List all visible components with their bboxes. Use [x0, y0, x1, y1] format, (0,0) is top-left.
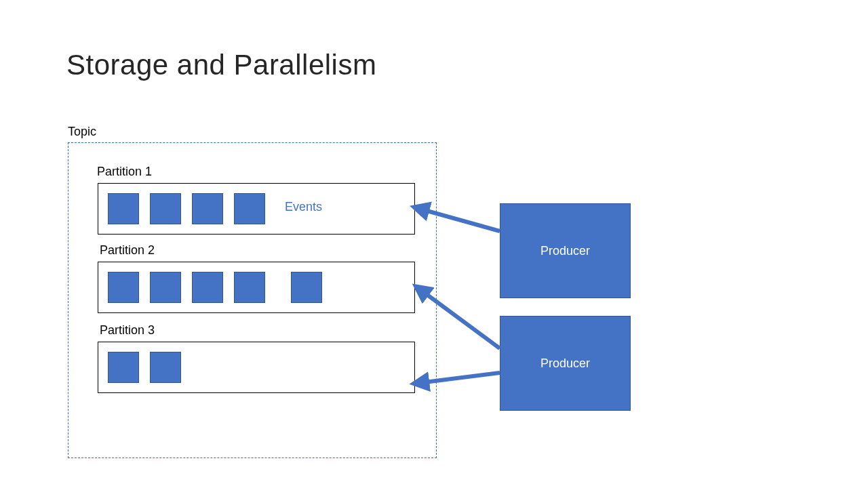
- event-block: [108, 193, 139, 224]
- event-block: [192, 193, 223, 224]
- event-block: [150, 272, 181, 303]
- event-block: [234, 272, 265, 303]
- producer-2-box: Producer: [500, 316, 631, 411]
- event-block: [108, 272, 139, 303]
- page-title: Storage and Parallelism: [66, 49, 376, 81]
- partition-3-box: [98, 342, 415, 393]
- event-block: [192, 272, 223, 303]
- producer-1-label: Producer: [540, 244, 590, 258]
- event-block: [234, 193, 265, 224]
- partition-2-label: Partition 2: [100, 243, 155, 258]
- producer-1-box: Producer: [500, 203, 631, 298]
- partition-1-box: Events: [98, 183, 415, 235]
- partition-1-label: Partition 1: [97, 165, 152, 179]
- producer-2-label: Producer: [540, 357, 590, 371]
- event-block: [108, 352, 139, 383]
- partition-3-label: Partition 3: [100, 323, 155, 338]
- event-block: [150, 352, 181, 383]
- event-block: [150, 193, 181, 224]
- events-label: Events: [285, 200, 322, 214]
- topic-label: Topic: [68, 125, 96, 139]
- event-block: [291, 272, 322, 303]
- partition-2-box: [98, 262, 415, 313]
